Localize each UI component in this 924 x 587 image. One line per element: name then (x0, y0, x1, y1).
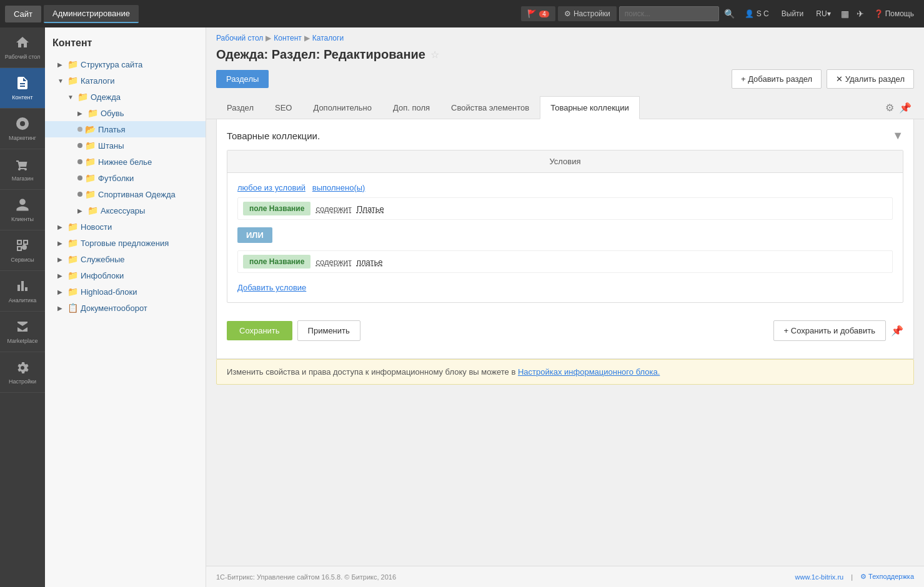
sidebar-item-settings[interactable]: Настройки (0, 352, 45, 393)
nav-item-dresses[interactable]: 📂 Платья (45, 121, 206, 137)
nav-item-underwear[interactable]: 📁 Нижнее белье (45, 154, 206, 170)
folder-icon-highload: 📁 (67, 287, 78, 297)
footer-pin-icon[interactable]: 📌 (891, 325, 903, 337)
tab-gear-icon[interactable]: ⚙ (883, 102, 897, 114)
bookmark-icon[interactable]: ✈ (854, 9, 867, 19)
add-condition-link[interactable]: Добавить условие (237, 283, 306, 292)
search-input[interactable] (619, 6, 719, 21)
breadcrumb-content[interactable]: Контент (274, 34, 301, 42)
nav-item-site-structure[interactable]: ▶ 📁 Структура сайта (45, 56, 206, 72)
nav-item-shoes[interactable]: ▶ 📁 Обувь (45, 105, 206, 121)
sidebar-item-analytics[interactable]: Аналитика (0, 271, 45, 312)
main-content: Рабочий стол ▶ Контент ▶ Каталоги Одежда… (206, 27, 924, 587)
breadcrumb: Рабочий стол ▶ Контент ▶ Каталоги (206, 27, 924, 45)
condition2-op[interactable]: содержит (315, 257, 352, 267)
arrow-icon-trade: ▶ (57, 240, 65, 247)
section-title: Товарные коллекции. (227, 131, 320, 141)
services-icon (15, 238, 30, 254)
nav-item-service[interactable]: ▶ 📁 Служебные (45, 251, 206, 267)
sidebar-marketing-label: Маркетинг (9, 135, 36, 141)
footer-site-link[interactable]: www.1c-bitrix.ru (795, 573, 844, 581)
sidebar-item-clients[interactable]: Клиенты (0, 190, 45, 230)
sidebar-item-marketing[interactable]: Маркетинг (0, 109, 45, 149)
folder-icon-trade: 📁 (67, 238, 78, 248)
site-button[interactable]: Сайт (5, 6, 41, 22)
sidebar-item-marketplace[interactable]: Marketplace (0, 312, 45, 352)
any-of-link[interactable]: любое из условий (237, 183, 306, 192)
condition1-field[interactable]: поле Название (243, 202, 310, 215)
notifications-button[interactable]: 🚩 4 (521, 6, 555, 21)
condition-row-1: поле Название содержит Платье (237, 197, 893, 220)
tab-seo[interactable]: SEO (264, 96, 302, 119)
sidebar-shop-label: Магазин (12, 175, 34, 182)
sidebar-dashboard-label: Рабочий стол (5, 54, 41, 60)
breadcrumb-home[interactable]: Рабочий стол (216, 34, 263, 42)
tab-product-collections[interactable]: Товарные коллекции (540, 96, 640, 119)
add-section-button[interactable]: + Добавить раздел (732, 69, 822, 89)
folder-icon-sport: 📁 (85, 189, 96, 199)
sidebar-item-shop[interactable]: Магазин (0, 149, 45, 190)
save-button[interactable]: Сохранить (227, 321, 292, 340)
help-button[interactable]: ❓ Помощь (869, 9, 919, 18)
favorite-star-icon[interactable]: ☆ (430, 49, 439, 61)
tab-pin-icon[interactable]: 📌 (897, 102, 914, 114)
nav-item-catalogs[interactable]: ▼ 📁 Каталоги (45, 72, 206, 89)
layout-icon[interactable]: ▦ (838, 9, 852, 19)
nav-item-clothes[interactable]: ▼ 📁 Одежда (45, 89, 206, 105)
condition2-field[interactable]: поле Название (243, 255, 310, 269)
sidebar-item-dashboard[interactable]: Рабочий стол (0, 27, 45, 68)
marketplace-icon (15, 319, 30, 335)
save-add-button[interactable]: + Сохранить и добавить (773, 320, 886, 341)
footer-support-link[interactable]: ⚙ Техподдержка (860, 573, 914, 581)
top-bar: Сайт Администрирование 🚩 4 ⚙ Настройки 🔍… (0, 0, 924, 27)
arrow-icon-accessories: ▶ (77, 207, 85, 214)
nav-item-news[interactable]: ▶ 📁 Новости (45, 219, 206, 235)
or-connector: ИЛИ (237, 227, 272, 243)
done-link[interactable]: выполнено(ы) (312, 183, 365, 192)
flag-icon: 🚩 (527, 9, 537, 18)
nav-label-clothes: Одежда (91, 92, 121, 102)
help-icon: ❓ (874, 9, 883, 18)
tab-element-props[interactable]: Свойства элементов (440, 96, 540, 119)
page-title: Одежда: Раздел: Редактирование (216, 47, 425, 62)
tab-extra-fields[interactable]: Доп. поля (382, 96, 440, 119)
nav-item-tshirts[interactable]: 📁 Футболки (45, 170, 206, 186)
sidebar-services-label: Сервисы (11, 257, 34, 263)
sidebar-item-services[interactable]: Сервисы (0, 230, 45, 271)
conditions-body: любое из условий выполнено(ы) поле Назва… (227, 173, 903, 302)
condition1-op[interactable]: содержит (315, 204, 352, 214)
breadcrumb-catalogs[interactable]: Каталоги (312, 34, 344, 42)
arrow-icon-infoblocks: ▶ (57, 272, 65, 279)
conditions-header: Условия (227, 150, 903, 173)
settings-button[interactable]: ⚙ Настройки (558, 6, 617, 21)
search-icon[interactable]: 🔍 (722, 9, 737, 19)
nav-item-accessories[interactable]: ▶ 📁 Аксессуары (45, 202, 206, 219)
bullet-pants (77, 143, 82, 148)
nav-item-highload[interactable]: ▶ 📁 Highload-блоки (45, 284, 206, 300)
folder-icon-docflow: 📋 (67, 303, 78, 313)
sections-button[interactable]: Разделы (216, 70, 269, 88)
condition1-value[interactable]: Платье (357, 204, 384, 214)
nav-item-infoblocks[interactable]: ▶ 📁 Инфоблоки (45, 267, 206, 284)
main-layout: Рабочий стол Контент Маркетинг Магазин К… (0, 27, 924, 587)
exit-button[interactable]: Выйти (777, 9, 809, 18)
language-selector[interactable]: RU▾ (811, 9, 835, 18)
admin-button[interactable]: Администрирование (44, 5, 139, 23)
sidebar-item-content[interactable]: Контент (0, 68, 45, 109)
nav-item-docflow[interactable]: ▶ 📋 Документооборот (45, 300, 206, 316)
nav-item-pants[interactable]: 📁 Штаны (45, 137, 206, 154)
nav-item-sport[interactable]: 📁 Спортивная Одежда (45, 186, 206, 202)
collapse-button[interactable]: ▼ (892, 129, 903, 142)
info-link[interactable]: Настройках информационного блока. (518, 367, 660, 377)
delete-section-button[interactable]: ✕ Удалить раздел (827, 69, 914, 89)
apply-button[interactable]: Применить (297, 320, 360, 341)
condition2-value[interactable]: платье (357, 257, 383, 267)
tab-additional[interactable]: Дополнительно (302, 96, 382, 119)
nav-label-service: Служебные (81, 255, 125, 264)
home-icon (15, 35, 30, 51)
tab-section[interactable]: Раздел (216, 96, 264, 119)
help-label: Помощь (885, 9, 914, 18)
arrow-icon-docflow: ▶ (57, 305, 65, 312)
nav-item-trade[interactable]: ▶ 📁 Торговые предложения (45, 235, 206, 251)
section-title-row: Товарные коллекции. ▼ (227, 129, 903, 142)
